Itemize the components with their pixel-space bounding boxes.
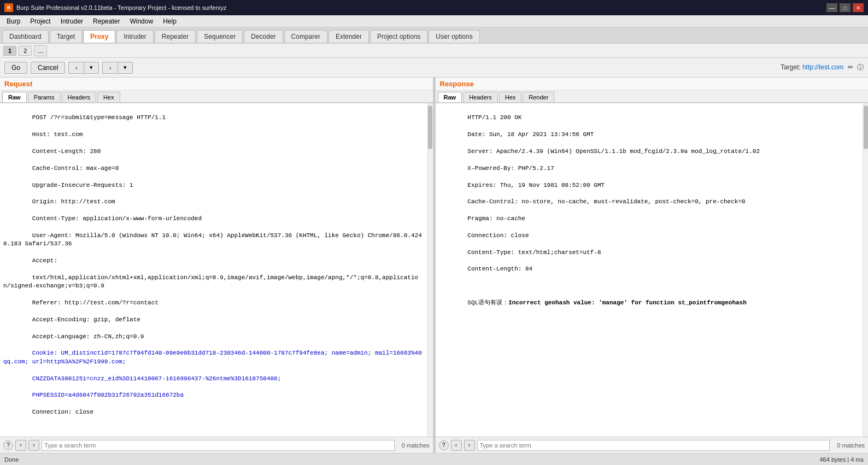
tab-intruder[interactable]: Intruder xyxy=(116,30,153,43)
resp-sql-error: SQL语句有误：Incorrect geohash value: 'manage… xyxy=(467,299,746,306)
nav-prev-button[interactable]: ‹ xyxy=(68,62,84,74)
request-search-prev[interactable]: ‹ xyxy=(15,440,26,451)
req-line-9: Accept: xyxy=(32,257,57,264)
tab-user-options[interactable]: User options xyxy=(429,30,479,43)
response-search-input[interactable] xyxy=(477,440,830,451)
minimize-button[interactable]: — xyxy=(826,3,837,12)
req-line-8: User-Agent: Mozilla/5.0 (Windows NT 10.0… xyxy=(3,232,422,247)
response-tab-hex[interactable]: Hex xyxy=(499,92,522,102)
resp-line-4: X-Powered-By: PHP/5.2.17 xyxy=(467,165,554,172)
response-panel: Response Raw Headers Hex Render HTTP/1.1… xyxy=(436,78,869,453)
resp-line-3: Server: Apache/2.4.39 (Win64) OpenSSL/1.… xyxy=(467,148,760,155)
tab-proxy[interactable]: Proxy xyxy=(83,30,115,43)
req-cnzz-line: CNZZDATA3801251=cnzz_eid%3D114410067-161… xyxy=(32,375,281,382)
go-button[interactable]: Go xyxy=(4,62,27,74)
menu-window[interactable]: Window xyxy=(125,16,157,26)
response-tab-raw[interactable]: Raw xyxy=(438,92,462,102)
tab-comparer[interactable]: Comparer xyxy=(284,30,327,43)
nav-prev-group: ‹ ▾ xyxy=(68,62,99,74)
close-button[interactable]: ✕ xyxy=(853,3,864,12)
response-header: Response xyxy=(436,78,869,91)
window-title: Burp Suite Professional v2.0.11beta - Te… xyxy=(16,4,226,11)
page-tab-more[interactable]: ... xyxy=(34,45,47,56)
request-content: POST /?r=submit&type=message HTTP/1.1 Ho… xyxy=(0,103,427,437)
maximize-button[interactable]: □ xyxy=(840,3,851,12)
response-scroll-thumb[interactable] xyxy=(864,105,868,149)
req-line-3: Content-Length: 280 xyxy=(32,148,101,155)
resp-line-7: Pragma: no-cache xyxy=(467,215,525,222)
resp-line-10: Content-Length: 84 xyxy=(467,266,532,272)
tab-sequencer[interactable]: Sequencer xyxy=(197,30,243,43)
req-line-12: Accept-Encoding: gzip, deflate xyxy=(32,316,140,323)
tab-target[interactable]: Target xyxy=(50,30,82,43)
request-tab-raw[interactable]: Raw xyxy=(2,92,27,102)
nav-prev-dropdown[interactable]: ▾ xyxy=(84,62,99,74)
resp-line-8: Connection: close xyxy=(467,232,529,239)
response-match-count: 0 matches xyxy=(832,442,865,449)
target-info-icon[interactable]: ⓘ xyxy=(857,63,864,71)
resp-line-9: Content-Type: text/html;charset=utf-8 xyxy=(467,249,601,256)
edit-target-icon[interactable]: ✏ xyxy=(848,63,853,71)
request-search-bar: ? ‹ › 0 matches xyxy=(0,437,433,453)
request-scrollbar[interactable] xyxy=(427,103,433,437)
menu-repeater[interactable]: Repeater xyxy=(89,16,124,26)
request-match-count: 0 matches xyxy=(397,442,430,449)
menu-intruder[interactable]: Intruder xyxy=(56,16,87,26)
window-controls[interactable]: — □ ✕ xyxy=(826,3,864,12)
request-search-input[interactable] xyxy=(42,440,395,451)
nav-next-group: › ▾ xyxy=(102,62,133,74)
req-line-4: Cache-Control: max-age=0 xyxy=(32,165,119,172)
titlebar-left: B Burp Suite Professional v2.0.11beta - … xyxy=(4,3,226,12)
cancel-button[interactable]: Cancel xyxy=(31,62,65,74)
tab-repeater[interactable]: Repeater xyxy=(155,30,196,43)
request-search-help[interactable]: ? xyxy=(3,440,13,450)
request-scroll-container: POST /?r=submit&type=message HTTP/1.1 Ho… xyxy=(0,103,433,437)
response-content: HTTP/1.1 200 OK Date: Sun, 18 Apr 2021 1… xyxy=(436,103,863,437)
response-scroll-container: HTTP/1.1 200 OK Date: Sun, 18 Apr 2021 1… xyxy=(436,103,869,437)
response-scrollbar[interactable] xyxy=(863,103,868,437)
req-line-11: Referer: http://test.com/?r=contact xyxy=(32,299,159,306)
page-tab-2[interactable]: 2 xyxy=(19,46,32,56)
request-search-next[interactable]: › xyxy=(28,440,39,451)
response-tab-render[interactable]: Render xyxy=(523,92,554,102)
nav-next-dropdown[interactable]: ▾ xyxy=(118,62,133,74)
page-bar: 1 2 ... xyxy=(0,44,868,58)
status-text: Done xyxy=(4,456,19,463)
response-search-help[interactable]: ? xyxy=(439,440,449,450)
toolbar: Go Cancel ‹ ▾ › ▾ Target: http://test.co… xyxy=(0,58,868,78)
resp-line-5: Expires: Thu, 19 Nov 1981 08:52:00 GMT xyxy=(467,182,605,189)
response-tabs: Raw Headers Hex Render xyxy=(436,91,869,103)
resp-line-6: Cache-Control: no-store, no-cache, must-… xyxy=(467,198,745,205)
page-tab-1[interactable]: 1 xyxy=(3,46,16,56)
response-search-bar: ? ‹ › 0 matches xyxy=(436,437,869,453)
req-line-1: POST /?r=submit&type=message HTTP/1.1 xyxy=(32,114,166,121)
tab-project-options[interactable]: Project options xyxy=(370,30,427,43)
response-search-prev[interactable]: ‹ xyxy=(451,440,462,451)
app-icon: B xyxy=(4,3,13,12)
menu-burp[interactable]: Burp xyxy=(2,16,25,26)
response-tab-headers[interactable]: Headers xyxy=(463,92,498,102)
req-conn-line: Connection: close xyxy=(32,409,93,415)
req-line-2: Host: test.com xyxy=(32,131,83,138)
request-tabs: Raw Params Headers Hex xyxy=(0,91,433,103)
menubar: Burp Project Intruder Repeater Window He… xyxy=(0,15,868,27)
request-tab-headers[interactable]: Headers xyxy=(62,92,97,102)
status-right: 464 bytes | 4 ms xyxy=(819,456,864,463)
response-search-next[interactable]: › xyxy=(464,440,475,451)
request-tab-hex[interactable]: Hex xyxy=(97,92,120,102)
menu-project[interactable]: Project xyxy=(26,16,55,26)
request-tab-params[interactable]: Params xyxy=(28,92,61,102)
tab-dashboard[interactable]: Dashboard xyxy=(2,30,49,43)
request-scroll-thumb[interactable] xyxy=(428,105,432,149)
menu-help[interactable]: Help xyxy=(159,16,181,26)
nav-next-button[interactable]: › xyxy=(102,62,118,74)
tab-decoder[interactable]: Decoder xyxy=(244,30,283,43)
target-display: Target: http://test.com ✏ ⓘ xyxy=(781,63,864,72)
target-url[interactable]: http://test.com xyxy=(802,63,843,71)
resp-line-1: HTTP/1.1 200 OK xyxy=(467,114,521,121)
req-line-13: Accept-Language: zh-CN,zh;q=0.9 xyxy=(32,333,144,340)
req-cookie-line: Cookie: UM_distinctid=1787c7f94fd140-09e… xyxy=(3,350,422,364)
main-tabbar: Dashboard Target Proxy Intruder Repeater… xyxy=(0,27,868,44)
request-header: Request xyxy=(0,78,433,91)
tab-extender[interactable]: Extender xyxy=(329,30,369,43)
